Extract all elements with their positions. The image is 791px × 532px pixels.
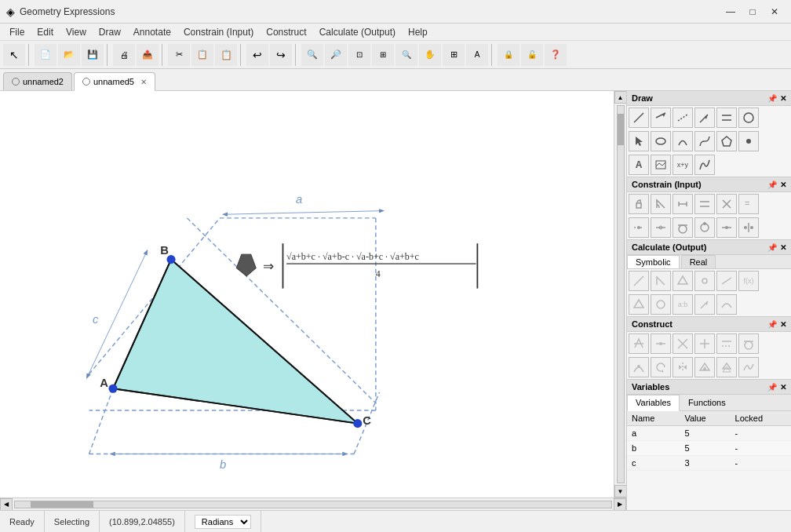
toolbar-zoom-sel[interactable]: 🔍 <box>396 44 417 66</box>
calc-coord-tool[interactable] <box>694 271 715 291</box>
variables-pin-icon[interactable]: 📌 <box>767 383 777 392</box>
toolbar-new[interactable]: 📄 <box>35 44 56 66</box>
constrain-fix-distance[interactable] <box>673 194 693 214</box>
close-button[interactable]: ✕ <box>764 3 785 20</box>
toolbar-zoom-out[interactable]: 🔎 <box>325 44 347 66</box>
horizontal-scrollbar[interactable]: ◀ ▶ <box>0 497 626 510</box>
toolbar-pan[interactable]: ✋ <box>419 44 441 66</box>
construct-midpoint[interactable] <box>651 333 671 354</box>
toolbar-open[interactable]: 📂 <box>58 44 80 66</box>
menu-file[interactable]: File <box>3 25 31 39</box>
draw-bezier-tool[interactable] <box>694 131 715 151</box>
draw-arc-tool[interactable] <box>673 131 693 151</box>
toolbar-select[interactable]: ↖ <box>3 44 25 66</box>
var-value-c[interactable]: 3 <box>680 456 730 471</box>
calc-angle-tool[interactable] <box>651 271 671 291</box>
construct-intersection[interactable] <box>673 333 693 354</box>
draw-ray-tool[interactable] <box>651 107 671 128</box>
menu-draw[interactable]: Draw <box>93 25 127 39</box>
draw-image-tool[interactable] <box>651 155 671 175</box>
toolbar-zoom-in[interactable]: 🔍 <box>301 44 323 66</box>
toolbar-redo[interactable]: ↪ <box>270 44 292 66</box>
var-tab-variables[interactable]: Variables <box>627 395 680 411</box>
construct-scale[interactable] <box>694 357 715 377</box>
calc-equation-tool[interactable]: f(x) <box>738 271 759 291</box>
construct-translate[interactable] <box>716 357 737 377</box>
var-value-b[interactable]: 5 <box>680 441 730 456</box>
constrain-fix-angle[interactable] <box>651 194 671 214</box>
variables-close-icon[interactable]: ✕ <box>780 383 786 392</box>
toolbar-export[interactable]: 📤 <box>137 44 159 66</box>
construct-pin-icon[interactable]: 📌 <box>767 320 777 329</box>
constrain-equal-length[interactable]: = <box>738 194 759 214</box>
var-value-a[interactable]: 5 <box>680 426 730 441</box>
calc-tab-symbolic[interactable]: Symbolic <box>627 255 680 268</box>
construct-reflect[interactable] <box>673 357 693 377</box>
toolbar-lock[interactable]: 🔒 <box>498 44 519 66</box>
constrain-collinear[interactable] <box>629 217 649 238</box>
toolbar-print[interactable]: 🖨 <box>113 44 135 66</box>
draw-circle-tool[interactable] <box>738 107 759 128</box>
calc-perimeter-tool[interactable] <box>629 294 649 315</box>
calc-area-tool[interactable] <box>673 271 693 291</box>
calc-tab-real[interactable]: Real <box>681 255 716 268</box>
scroll-thumb-vertical[interactable] <box>618 114 624 145</box>
menu-constrain[interactable]: Constrain (Input) <box>177 25 260 39</box>
constrain-pin-icon[interactable]: 📌 <box>767 180 777 189</box>
calculate-close-icon[interactable]: ✕ <box>780 243 786 252</box>
toolbar-snap[interactable]: A <box>466 44 488 66</box>
toolbar-unlock[interactable]: 🔓 <box>521 44 543 66</box>
draw-ellipse-tool[interactable] <box>651 131 671 151</box>
angle-unit-select[interactable]: Radians Degrees <box>195 515 251 529</box>
maximize-button[interactable]: □ <box>742 3 763 20</box>
construct-point-on-object[interactable] <box>629 357 649 377</box>
draw-point-tool[interactable] <box>738 131 759 151</box>
construct-close-icon[interactable]: ✕ <box>780 320 786 329</box>
construct-parallel[interactable] <box>716 333 737 354</box>
calc-vector-tool[interactable] <box>694 294 715 315</box>
draw-graph-tool[interactable] <box>694 155 715 175</box>
scroll-left-button[interactable]: ◀ <box>0 498 13 511</box>
constrain-tangent[interactable] <box>673 217 693 238</box>
toolbar-paste[interactable]: 📋 <box>215 44 237 66</box>
var-tab-functions[interactable]: Functions <box>680 395 734 410</box>
draw-pin-icon[interactable]: 📌 <box>767 94 777 103</box>
constrain-lock-point[interactable] <box>629 194 649 214</box>
draw-text-tool[interactable]: A <box>629 155 649 175</box>
vertical-scrollbar[interactable]: ▲ ▼ <box>614 91 626 497</box>
minimize-button[interactable]: — <box>720 3 741 20</box>
draw-segment-tool[interactable] <box>673 107 693 128</box>
scroll-up-button[interactable]: ▲ <box>614 91 627 104</box>
construct-bisector[interactable] <box>629 333 649 354</box>
draw-select-tool[interactable] <box>629 131 649 151</box>
tab-close-unnamed5[interactable]: ✕ <box>140 78 147 86</box>
construct-perpendicular-bisector[interactable] <box>694 333 715 354</box>
constrain-close-icon[interactable]: ✕ <box>780 180 786 189</box>
toolbar-help[interactable]: ❓ <box>545 44 567 66</box>
calc-slope-tool[interactable] <box>716 271 737 291</box>
constrain-on-line[interactable] <box>716 217 737 238</box>
calculate-pin-icon[interactable]: 📌 <box>767 243 777 252</box>
constrain-symmetric[interactable] <box>738 217 759 238</box>
calc-locus-tool[interactable] <box>716 294 737 315</box>
draw-polygon-tool[interactable] <box>716 131 737 151</box>
menu-construct[interactable]: Construct <box>260 25 312 39</box>
toolbar-zoom-box[interactable]: ⊞ <box>372 44 394 66</box>
menu-calculate[interactable]: Calculate (Output) <box>313 25 402 39</box>
toolbar-copy[interactable]: 📋 <box>191 44 213 66</box>
calc-length-tool[interactable] <box>629 271 649 291</box>
tab-unnamed2[interactable]: unnamed2 <box>3 72 72 90</box>
calc-ratio-tool[interactable]: a:b <box>673 294 693 315</box>
toolbar-cut[interactable]: ✂ <box>168 44 190 66</box>
construct-tangent[interactable] <box>738 333 759 354</box>
scroll-right-button[interactable]: ▶ <box>614 498 626 511</box>
construct-rotate[interactable] <box>651 357 671 377</box>
toolbar-save[interactable]: 💾 <box>82 44 104 66</box>
toolbar-zoom-fit[interactable]: ⊡ <box>348 44 370 66</box>
constrain-on-circle[interactable] <box>694 217 715 238</box>
scroll-down-button[interactable]: ▼ <box>614 485 627 497</box>
toolbar-undo[interactable]: ↩ <box>246 44 268 66</box>
constrain-parallel-lines[interactable] <box>694 194 715 214</box>
menu-view[interactable]: View <box>60 25 93 39</box>
draw-formula-tool[interactable]: x+y <box>673 155 693 175</box>
